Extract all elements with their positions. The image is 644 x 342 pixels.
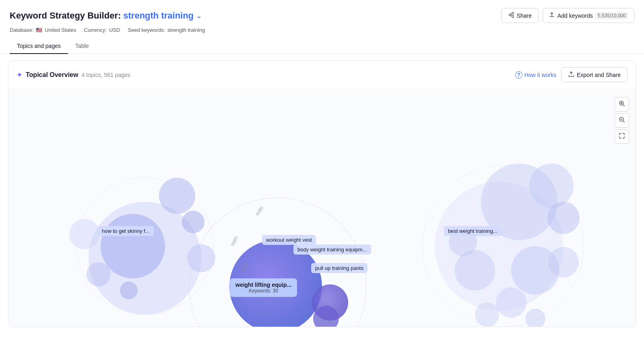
seed-value: strength training	[167, 27, 205, 33]
svg-point-24	[547, 202, 580, 234]
sparkle-icon: ✦	[17, 70, 23, 79]
topical-title-area: ✦ Topical Overview 4 topics, 561 pages	[17, 70, 130, 79]
svg-point-8	[159, 178, 195, 214]
flag-icon: 🇺🇸	[36, 27, 42, 33]
expand-icon	[619, 133, 625, 141]
topical-card: ✦ Topical Overview 4 topics, 561 pages ?…	[8, 60, 636, 327]
topical-title: Topical Overview	[26, 71, 78, 79]
database-label: Database:	[10, 27, 33, 33]
svg-point-31	[475, 303, 499, 327]
keywords-counter: 5,535/10,000	[595, 12, 628, 19]
keyword-count: Keywords: 30	[235, 288, 291, 294]
svg-line-36	[623, 105, 625, 106]
svg-point-13	[69, 219, 100, 249]
meta-row: Database: 🇺🇸 United States Currency: USD…	[10, 27, 634, 33]
page-title-static: Keyword Strategy Builder:	[10, 10, 121, 21]
tab-table[interactable]: Table	[68, 39, 96, 54]
svg-point-11	[120, 282, 138, 299]
title-area: Keyword Strategy Builder: strength train…	[10, 10, 202, 21]
svg-point-2	[512, 16, 514, 18]
svg-text:subs: subs	[254, 205, 264, 217]
svg-point-0	[509, 14, 511, 16]
bubble-visualization[interactable]: subs topic pillar	[8, 89, 636, 327]
chevron-down-icon[interactable]: ⌄	[196, 11, 202, 20]
export-share-button[interactable]: Export and Share	[561, 67, 627, 82]
svg-point-26	[449, 228, 477, 256]
topical-header: ✦ Topical Overview 4 topics, 561 pages ?…	[8, 61, 636, 89]
svg-line-40	[623, 121, 625, 122]
svg-point-9	[182, 211, 204, 233]
header-top: Keyword Strategy Builder: strength train…	[10, 8, 634, 23]
expand-button[interactable]	[615, 129, 629, 144]
svg-line-3	[511, 14, 512, 15]
main-content: ✦ Topical Overview 4 topics, 561 pages ?…	[0, 54, 644, 334]
how-it-works-label: How it works	[524, 72, 556, 78]
svg-point-25	[455, 250, 495, 290]
currency-label: Currency:	[84, 27, 107, 33]
svg-point-30	[525, 309, 545, 327]
header-actions: Share Add keywords 5,535/10,000	[501, 8, 634, 23]
currency-value: USD	[109, 27, 120, 33]
export-icon	[568, 71, 574, 79]
topical-meta: 4 topics, 561 pages	[81, 72, 130, 78]
svg-point-10	[187, 244, 215, 272]
svg-point-23	[529, 164, 574, 208]
how-it-works-button[interactable]: ? How it works	[515, 71, 556, 79]
viz-area: subs topic pillar how to get skinny f...…	[8, 89, 636, 327]
svg-point-7	[101, 214, 165, 278]
share-button[interactable]: Share	[501, 8, 539, 23]
share-icon	[508, 12, 514, 19]
topical-actions: ? How it works Export and Share	[515, 67, 627, 82]
zoom-in-icon	[619, 100, 625, 108]
seed-label: Seed keywords:	[128, 27, 165, 33]
zoom-out-button[interactable]	[615, 113, 629, 128]
tabs: Topics and pages Table	[10, 39, 634, 54]
upload-icon	[549, 12, 555, 19]
tab-topics-pages[interactable]: Topics and pages	[10, 39, 68, 54]
database-value: United States	[45, 27, 76, 33]
add-keywords-label: Add keywords	[557, 12, 593, 19]
svg-point-1	[512, 12, 514, 15]
question-circle-icon: ?	[515, 71, 522, 79]
svg-text:topic: topic	[229, 235, 239, 247]
zoom-controls	[615, 97, 629, 144]
zoom-out-icon	[619, 116, 625, 124]
svg-point-29	[496, 287, 526, 318]
share-label: Share	[517, 12, 532, 19]
svg-point-28	[548, 247, 579, 278]
svg-point-12	[87, 262, 111, 286]
center-main-label[interactable]: weight lifting equip... Keywords: 30	[230, 278, 297, 297]
zoom-in-button[interactable]	[615, 97, 629, 112]
page-title-keyword[interactable]: strength training	[123, 10, 194, 21]
add-keywords-button[interactable]: Add keywords 5,535/10,000	[543, 8, 634, 23]
header: Keyword Strategy Builder: strength train…	[0, 0, 644, 54]
export-label: Export and Share	[577, 72, 621, 78]
page-wrapper: Keyword Strategy Builder: strength train…	[0, 0, 644, 342]
svg-line-4	[511, 15, 512, 16]
